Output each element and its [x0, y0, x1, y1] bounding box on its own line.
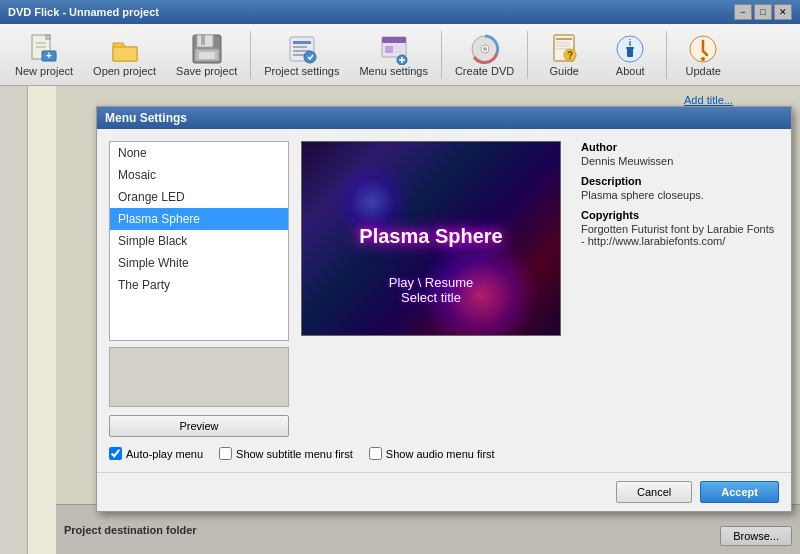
theme-empty-area [109, 347, 289, 407]
toolbar: + New project Open project Save project [0, 24, 800, 86]
svg-rect-18 [382, 37, 406, 43]
preview-menu-items: Play \ Resume Select title [389, 275, 474, 305]
toolbar-menu-settings[interactable]: Menu settings [350, 28, 436, 82]
about-icon: i [614, 33, 646, 65]
app-title: DVD Flick - Unnamed project [8, 6, 159, 18]
svg-rect-13 [293, 46, 307, 48]
description-label: Description [581, 175, 779, 187]
about-label: About [616, 65, 645, 77]
svg-text:+: + [46, 50, 52, 61]
theme-item-mosaic[interactable]: Mosaic [110, 164, 288, 186]
toolbar-new-project[interactable]: + New project [6, 28, 82, 82]
window-controls: − □ ✕ [734, 4, 792, 20]
toolbar-create-dvd[interactable]: Create DVD [446, 28, 523, 82]
toolbar-save-project[interactable]: Save project [167, 28, 246, 82]
audio-checkbox[interactable] [369, 447, 382, 460]
content-area: Add title... Add title... title e up own… [28, 86, 800, 554]
theme-item-plasma-sphere[interactable]: Plasma Sphere [110, 208, 288, 230]
guide-icon: ? [548, 33, 580, 65]
svg-rect-1 [46, 35, 50, 39]
theme-item-simple-black[interactable]: Simple Black [110, 230, 288, 252]
preview-menu-item-1: Play \ Resume [389, 275, 474, 290]
save-project-label: Save project [176, 65, 237, 77]
toolbar-about[interactable]: i About [598, 28, 662, 82]
preview-container: Plasma Sphere Play \ Resume Select title [301, 141, 561, 437]
svg-rect-28 [556, 38, 572, 40]
svg-rect-12 [293, 41, 311, 44]
theme-item-simple-white[interactable]: Simple White [110, 252, 288, 274]
auto-play-label: Auto-play menu [126, 448, 203, 460]
new-project-icon: + [28, 33, 60, 65]
update-icon [687, 33, 719, 65]
subtitle-label: Show subtitle menu first [236, 448, 353, 460]
dialog-buttons: Cancel Accept [97, 472, 791, 511]
toolbar-guide[interactable]: ? Guide [532, 28, 596, 82]
copyrights-value: Forgotten Futurist font by Larabie Fonts… [581, 223, 779, 247]
guide-label: Guide [550, 65, 579, 77]
theme-panel: None Mosaic Orange LED Plasma Sphere Sim… [109, 141, 289, 437]
dialog-body: None Mosaic Orange LED Plasma Sphere Sim… [97, 129, 791, 472]
open-project-label: Open project [93, 65, 156, 77]
subtitle-checkbox-label[interactable]: Show subtitle menu first [219, 447, 353, 460]
preview-menu-item-2: Select title [389, 290, 474, 305]
open-project-icon [109, 33, 141, 65]
description-value: Plasma sphere closeups. [581, 189, 779, 201]
svg-rect-19 [385, 46, 393, 53]
checkboxes-row: Auto-play menu Show subtitle menu first … [109, 447, 779, 460]
author-value: Dennis Meuwissen [581, 155, 779, 167]
audio-checkbox-label[interactable]: Show audio menu first [369, 447, 495, 460]
preview-image: Plasma Sphere Play \ Resume Select title [301, 141, 561, 336]
project-settings-icon [286, 33, 318, 65]
theme-item-the-party[interactable]: The Party [110, 274, 288, 296]
svg-rect-20 [395, 46, 403, 49]
sidebar-strip [0, 86, 28, 554]
close-button[interactable]: ✕ [774, 4, 792, 20]
svg-rect-30 [556, 45, 570, 47]
theme-item-orange-led[interactable]: Orange LED [110, 186, 288, 208]
dialog-overlay: Menu Settings None Mosaic Orange LED Pla… [56, 86, 800, 554]
new-project-label: New project [15, 65, 73, 77]
save-project-icon [191, 33, 223, 65]
main-area: Add title... Add title... title e up own… [0, 86, 800, 554]
dialog-title-text: Menu Settings [105, 111, 187, 125]
create-dvd-label: Create DVD [455, 65, 514, 77]
svg-rect-36 [627, 48, 633, 57]
auto-play-checkbox[interactable] [109, 447, 122, 460]
dialog-title-bar: Menu Settings [97, 107, 791, 129]
auto-play-checkbox-label[interactable]: Auto-play menu [109, 447, 203, 460]
svg-point-25 [483, 47, 487, 51]
copyrights-label: Copyrights [581, 209, 779, 221]
svg-rect-21 [395, 50, 401, 53]
svg-text:?: ? [567, 50, 573, 61]
maximize-button[interactable]: □ [754, 4, 772, 20]
menu-settings-label: Menu settings [359, 65, 427, 77]
update-label: Update [685, 65, 720, 77]
svg-point-39 [701, 57, 705, 61]
create-dvd-icon [469, 33, 501, 65]
svg-rect-29 [556, 42, 570, 44]
info-panel: Author Dennis Meuwissen Description Plas… [573, 141, 779, 437]
minimize-button[interactable]: − [734, 4, 752, 20]
svg-rect-15 [293, 54, 305, 56]
project-settings-label: Project settings [264, 65, 339, 77]
theme-item-none[interactable]: None [110, 142, 288, 164]
svg-rect-8 [201, 35, 205, 45]
toolbar-update[interactable]: Update [671, 28, 735, 82]
audio-label: Show audio menu first [386, 448, 495, 460]
svg-text:i: i [629, 38, 632, 48]
menu-settings-icon [378, 33, 410, 65]
preview-button[interactable]: Preview [109, 415, 289, 437]
svg-point-16 [304, 51, 316, 63]
cancel-button[interactable]: Cancel [616, 481, 692, 503]
dialog-content: None Mosaic Orange LED Plasma Sphere Sim… [109, 141, 779, 437]
svg-rect-10 [199, 52, 215, 59]
theme-list[interactable]: None Mosaic Orange LED Plasma Sphere Sim… [109, 141, 289, 341]
subtitle-checkbox[interactable] [219, 447, 232, 460]
toolbar-open-project[interactable]: Open project [84, 28, 165, 82]
svg-rect-37 [626, 47, 634, 49]
title-bar: DVD Flick - Unnamed project − □ ✕ [0, 0, 800, 24]
toolbar-project-settings[interactable]: Project settings [255, 28, 348, 82]
accept-button[interactable]: Accept [700, 481, 779, 503]
menu-settings-dialog: Menu Settings None Mosaic Orange LED Pla… [96, 106, 792, 512]
author-label: Author [581, 141, 779, 153]
